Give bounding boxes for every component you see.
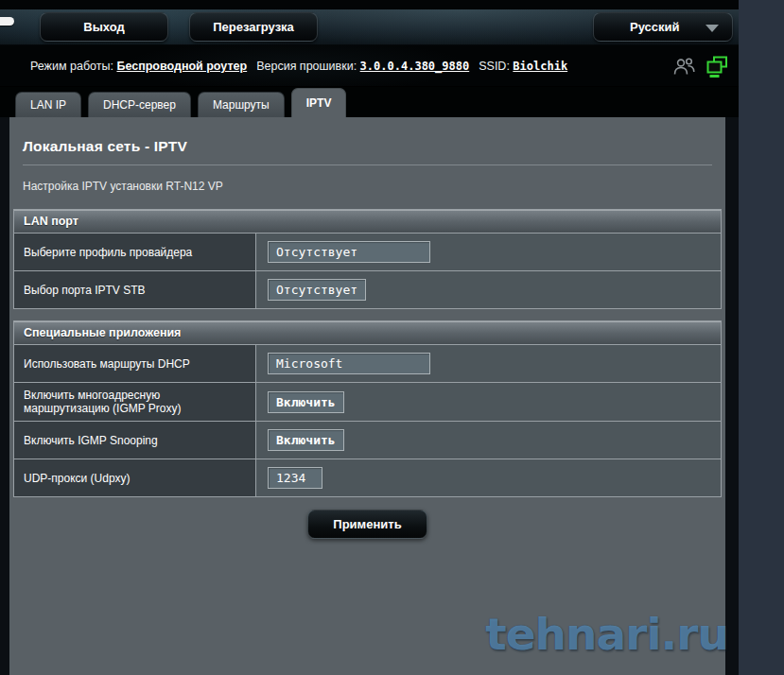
language-select[interactable]: Русский [593,12,733,42]
setting-label: Включить многоадресную маршрутизацию (IG… [14,383,255,421]
settings-table: Специальные приложенияИспользовать маршр… [13,320,722,497]
logout-button[interactable]: Выход [40,12,168,42]
apply-row: Применить [9,510,725,539]
reboot-button[interactable]: Перезагрузка [189,12,318,42]
tab-dhcp-server[interactable]: DHCP-сервер [88,92,191,117]
tab-strip: LAN IPDHCP-серверМаршрутыIPTV [0,87,739,117]
setting-value-cell [255,459,721,496]
ssid-link[interactable]: Biolchik [513,60,567,73]
firmware-label: Версия прошивки: [256,60,357,73]
table-row: Включить IGMP SnoopingВключить [14,421,721,459]
table-row: Выбор порта IPTV STBОтсутствует [14,270,721,308]
setting-label: UDP-прокси (Udpxy) [14,459,255,496]
setting-label: Использовать маршруты DHCP [14,345,255,382]
firmware-version-link[interactable]: 3.0.0.4.380_9880 [360,60,470,73]
isp-profile-select[interactable]: Отсутствует [268,241,430,263]
page-title: Локальная сеть - IPTV [9,117,725,155]
page-subtitle: Настройка IPTV установки RT-N12 VP [9,165,725,193]
setting-label: Включить IGMP Snooping [14,422,255,459]
setting-value-cell: Отсутствует [255,271,721,308]
iptv-stb-port-select[interactable]: Отсутствует [268,279,366,301]
language-select-value: Русский [630,20,680,34]
setting-label: Выберите профиль провайдера [14,234,255,270]
clients-icon[interactable] [672,56,696,77]
settings-tables: LAN портВыберите профиль провайдераОтсут… [9,193,725,497]
section-header: LAN порт [14,210,721,233]
table-row: Включить многоадресную маршрутизацию (IG… [14,382,721,421]
setting-value-cell: Microsoft [255,345,721,382]
igmp-proxy-toggle[interactable]: Включить [268,391,344,413]
setting-value-cell: Включить [255,383,721,421]
apply-button[interactable]: Применить [307,510,427,539]
setting-value-cell: Включить [255,422,721,459]
tab-lan-ip[interactable]: LAN IP [15,92,81,117]
info-bar-icons [672,45,729,87]
tab-routes[interactable]: Маршруты [198,92,285,117]
operation-mode-label: Режим работы: [30,60,113,73]
operation-mode-link[interactable]: Беспроводной роутер [116,60,247,73]
chevron-down-icon [706,25,719,32]
tab-iptv[interactable]: IPTV [291,88,347,117]
udp-proxy-input[interactable] [268,467,322,489]
table-row: Использовать маршруты DHCPMicrosoft [14,344,721,382]
info-bar: Режим работы: Беспроводной роутерВерсия … [0,45,739,87]
ssid-label: SSID: [479,60,510,73]
dhcp-routes-select[interactable]: Microsoft [268,353,430,374]
watermark-text: tehnari.ru [485,608,728,660]
header-bar: Выход Перезагрузка Русский [0,9,739,45]
table-row: UDP-прокси (Udpxy) [14,459,721,496]
section-header: Специальные приложения [14,321,721,344]
network-map-icon[interactable] [706,55,729,78]
top-bar [0,0,739,9]
setting-label: Выбор порта IPTV STB [14,271,255,308]
setting-value-cell: Отсутствует [255,234,721,270]
igmp-snooping-toggle[interactable]: Включить [268,429,344,451]
table-row: Выберите профиль провайдераОтсутствует [14,233,721,270]
asus-logo-fragment-icon [0,17,14,26]
settings-table: LAN портВыберите профиль провайдераОтсут… [13,209,722,309]
main-column: Выход Перезагрузка Русский Режим работы:… [0,0,739,675]
content-panel: Локальная сеть - IPTV Настройка IPTV уст… [9,117,725,675]
router-admin-window: Выход Перезагрузка Русский Режим работы:… [0,0,784,675]
